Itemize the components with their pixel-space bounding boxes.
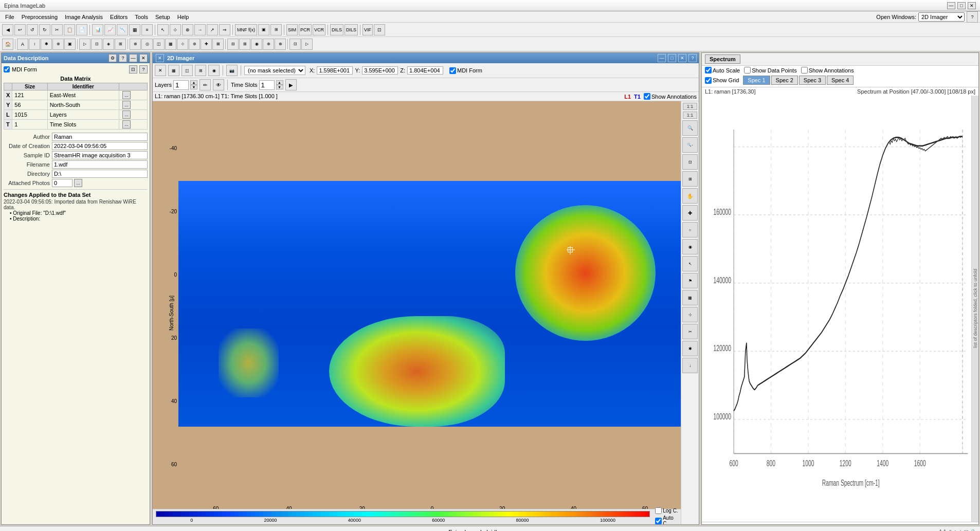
menu-file[interactable]: File (2, 13, 17, 21)
spec-tab-4[interactable]: Spec 4 (827, 76, 854, 85)
tb-dls2[interactable]: DILS (344, 24, 358, 35)
layers-input[interactable] (173, 80, 189, 90)
tb-extra[interactable]: ⊡ (374, 24, 385, 35)
tb-img-3[interactable]: ⊞ (195, 65, 206, 76)
panel-close-btn[interactable]: ✕ (139, 54, 148, 62)
tb2-a[interactable]: A (17, 39, 28, 50)
measure-btn[interactable]: ⊹ (682, 307, 698, 322)
close-button[interactable]: ✕ (968, 2, 976, 9)
fold-descriptors-tab[interactable]: list of descriptors folded, click to unf… (971, 96, 978, 522)
tb-chart4[interactable]: ▦ (129, 24, 140, 35)
menu-help[interactable]: Help (174, 13, 192, 21)
imager-help-btn[interactable]: ? (688, 54, 697, 62)
cut-btn[interactable]: ✂ (682, 324, 698, 339)
tb-mnf2[interactable]: ▣ (258, 24, 269, 35)
tb2-u[interactable]: ⊕ (263, 39, 274, 50)
edit-x-btn[interactable]: ... (122, 91, 131, 99)
tb-pcr[interactable]: PCR (299, 24, 312, 35)
tb2-g[interactable]: ⊡ (91, 39, 102, 50)
tb-mnf[interactable]: MNF f(x) (235, 24, 257, 35)
tb-mnf3[interactable]: ⊞ (270, 24, 282, 35)
show-annotations-check-spec[interactable]: Show Annotations (801, 67, 854, 74)
tb-chart[interactable]: 📊 (92, 24, 103, 35)
tb2-n[interactable]: ⊹ (177, 39, 188, 50)
menu-image-analysis[interactable]: Image Analysis (62, 13, 106, 21)
tb2-t[interactable]: ◉ (251, 39, 262, 50)
mdi-form-check[interactable]: MDI Form (449, 67, 482, 74)
tb-chart3[interactable]: 📉 (117, 24, 128, 35)
tb-arrow[interactable]: → (194, 24, 206, 35)
tb2-j[interactable]: ⊗ (130, 39, 141, 50)
menu-tools[interactable]: Tools (132, 13, 151, 21)
tb-btn-7[interactable]: 📄 (76, 24, 87, 35)
tb-select[interactable]: ↖ (157, 24, 169, 35)
spectral-image[interactable] (178, 112, 681, 496)
copy-btn[interactable]: ⊡ (129, 65, 137, 74)
circle-btn[interactable]: ○ (682, 222, 698, 237)
panel-help-btn[interactable]: ? (119, 54, 127, 62)
directory-input[interactable] (52, 170, 148, 178)
circle2-btn[interactable]: ◉ (682, 239, 698, 254)
tb-img-2[interactable]: ◫ (182, 65, 193, 76)
tb-select3[interactable]: ⊗ (182, 24, 193, 35)
show-data-points-checkbox[interactable] (744, 67, 751, 74)
eye-btn[interactable]: 👁 (213, 79, 224, 90)
tb-chart5[interactable]: ≡ (141, 24, 153, 35)
imager-close-btn[interactable]: ✕ (678, 54, 686, 62)
grid-btn[interactable]: ▦ (682, 290, 698, 305)
tb2-p[interactable]: ✚ (201, 39, 212, 50)
menu-preprocessing[interactable]: Preprocessing (19, 13, 61, 21)
zoom-fit-btn[interactable]: ⊡ (682, 154, 698, 170)
spectrum-chart[interactable]: 100000 120000 140000 160000 600 800 1000… (702, 96, 978, 522)
tb-dls[interactable]: DILS (330, 24, 343, 35)
play-btn[interactable]: ▶ (285, 79, 297, 90)
minimize-button[interactable]: — (947, 2, 955, 9)
log-c-checkbox[interactable] (655, 507, 662, 514)
tb-vif[interactable]: VIF (362, 24, 373, 35)
time-slots-up-btn[interactable]: ▲ (276, 80, 283, 85)
zoom-out-btn[interactable]: 🔍- (682, 137, 698, 153)
log-c-check[interactable]: Log C. (655, 507, 679, 514)
show-data-points-check[interactable]: Show Data Points (744, 67, 796, 74)
tb2-l[interactable]: ◫ (153, 39, 165, 50)
tb2-r[interactable]: ⊟ (227, 39, 239, 50)
tb-chart2[interactable]: 📈 (104, 24, 116, 35)
auto-scale-checkbox[interactable] (705, 67, 712, 74)
time-slots-input[interactable] (259, 80, 275, 90)
spec-tab-3[interactable]: Spec 3 (799, 76, 826, 85)
tb-arrow3[interactable]: ⇒ (219, 24, 230, 35)
photos-input[interactable] (52, 179, 72, 187)
spec-tab-1[interactable]: Spec 1 (743, 76, 770, 85)
spec-tab-2[interactable]: Spec 2 (771, 76, 798, 85)
layers-down-btn[interactable]: ▼ (190, 85, 197, 89)
zoom-1-1-btn[interactable]: 1:1 (683, 103, 697, 110)
tb2-o[interactable]: ⊛ (189, 39, 200, 50)
imager-close-icon[interactable]: ✕ (156, 54, 164, 62)
tb-btn-5[interactable]: ✂ (51, 24, 63, 35)
tb2-m[interactable]: ▦ (165, 39, 176, 50)
down-btn[interactable]: ↓ (682, 358, 698, 373)
tb2-c[interactable]: ✱ (41, 39, 52, 50)
tb2-f[interactable]: ▷ (79, 39, 90, 50)
time-slots-down-btn[interactable]: ▼ (276, 85, 283, 89)
edit-l-btn[interactable]: ... (122, 111, 131, 119)
hand-btn[interactable]: ✋ (682, 188, 698, 204)
date-input[interactable] (52, 142, 148, 150)
spectrum-tab[interactable]: Spectrum (705, 54, 740, 64)
filename-input[interactable] (52, 160, 148, 169)
imager-minimize-btn[interactable]: — (658, 54, 666, 62)
tb-btn-6[interactable]: 📋 (64, 24, 75, 35)
mdi-form-checkbox[interactable] (4, 66, 10, 72)
layers-up-btn[interactable]: ▲ (190, 80, 197, 85)
tb-btn-1[interactable]: ◀ (2, 24, 13, 35)
open-windows-select[interactable]: 2D Imager (918, 12, 965, 22)
flag-btn[interactable]: ⚑ (682, 273, 698, 288)
tb2-k[interactable]: ◎ (141, 39, 153, 50)
tb2-v[interactable]: ⊗ (275, 39, 286, 50)
menu-setup[interactable]: Setup (152, 13, 173, 21)
show-annotations-checkbox-spec[interactable] (801, 67, 808, 74)
sample-id-input[interactable] (52, 151, 148, 159)
tb-btn-2[interactable]: ↩ (14, 24, 26, 35)
help-button[interactable]: ? (967, 11, 978, 23)
cross-btn[interactable]: ✚ (682, 205, 698, 221)
